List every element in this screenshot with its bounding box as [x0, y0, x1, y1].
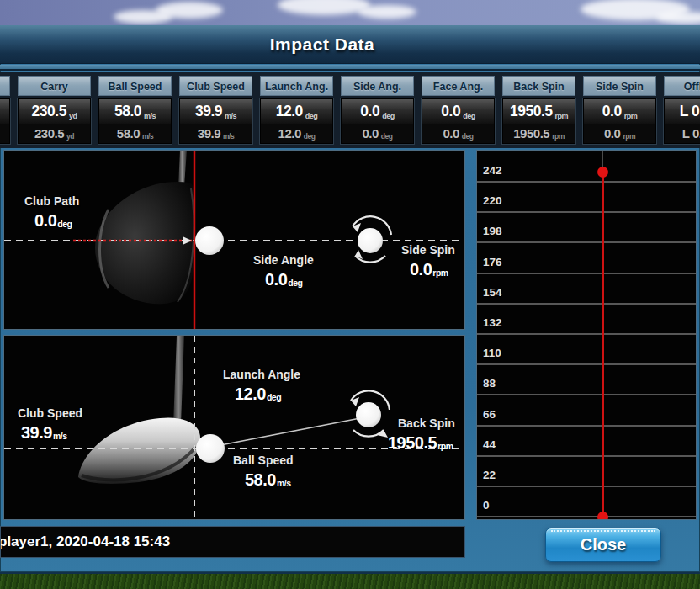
- stat-value-box: 12.0deg 12.0deg: [260, 98, 333, 144]
- stat-value-current: L 0.0: [680, 103, 700, 120]
- stat-value-current: 230.5: [32, 103, 66, 120]
- club-path-label: Club Path: [24, 194, 79, 208]
- stat-previous-row: 1950.5rpm: [503, 124, 575, 143]
- stat-previous-row: L 0.0yd: [665, 124, 700, 143]
- stat-current-row: 230.5yd: [19, 99, 90, 124]
- club-shaft: [178, 151, 187, 186]
- stat-current-row: L 0.0yd: [665, 99, 700, 124]
- stat-value-box: 0.0rpm 0.0rpm: [583, 98, 656, 144]
- stat-value-current: 0.0: [360, 103, 379, 120]
- stat-value-box: 230.5yd 230.5yd: [18, 98, 91, 144]
- dialog-titlebar: Impact Data: [0, 25, 700, 64]
- stat-value-previous: 0.0: [604, 126, 620, 141]
- side-spin-value: 0.0rpm: [410, 260, 448, 279]
- chart-gridline: [477, 181, 696, 183]
- stat-value-previous: L 0.0: [682, 126, 700, 141]
- stat-label: Side Spin: [583, 76, 656, 96]
- stat-label: Face Ang.: [422, 76, 495, 96]
- stat-current-row: 0.0rpm: [584, 99, 655, 124]
- chart-tick-label: 66: [483, 408, 496, 421]
- stat-value-previous: 58.0: [117, 126, 140, 141]
- stat-value-current: 1950.5: [510, 103, 553, 120]
- stat-value-previous: 230.5: [34, 126, 64, 141]
- golf-ball-icon: [195, 226, 224, 255]
- launch-trajectory-line: [216, 418, 360, 446]
- stat-label: Offline: [664, 76, 700, 96]
- stat-label: Carry: [18, 76, 91, 96]
- chart-tick-label: 242: [483, 164, 502, 177]
- stat-previous-row: 39.9m/s: [180, 124, 252, 143]
- stat-unit-previous: rpm: [623, 132, 635, 143]
- stat-current-row: 12.0deg: [261, 99, 332, 124]
- stat-label: Ball Speed: [98, 76, 172, 96]
- back-spin-label: Back Spin: [398, 417, 455, 430]
- stat-value-current: 0.0: [441, 103, 460, 120]
- stat-label: Club Speed: [179, 76, 252, 96]
- chart-gridline: [477, 394, 696, 395]
- stat-unit-current: deg: [463, 112, 475, 124]
- stat-unit-previous: deg: [304, 132, 316, 143]
- chart-tick-label: 0: [483, 499, 490, 512]
- stat-value-previous: 0.0: [443, 126, 459, 141]
- stat-value-box: 58.0m/s 58.0m/s: [98, 98, 172, 144]
- chart-gridline: [477, 516, 696, 517]
- stat-column: Launch Ang. 12.0deg 12.0deg: [260, 76, 333, 148]
- chart-gridline: [477, 273, 696, 274]
- stat-value-previous: 0.0: [363, 126, 379, 141]
- stat-value-box: 0.0deg 0.0deg: [422, 98, 495, 144]
- stat-unit-previous: yd: [66, 132, 74, 143]
- stat-column: Side Spin 0.0rpm 0.0rpm: [583, 76, 656, 148]
- stat-previous-row: 0.0rpm: [584, 124, 655, 143]
- stat-unit-previous: m/s: [142, 132, 153, 143]
- stat-current-row: 58.0m/s: [99, 99, 171, 124]
- flight-start-point-dot: [597, 512, 608, 520]
- club-side-view-panel: Club Speed 39.9m/s Launch Angle 12.0deg …: [3, 335, 465, 520]
- club-path-value: 0.0deg: [34, 211, 72, 231]
- stat-value-previous: 39.9: [198, 126, 220, 141]
- chart-gridline: [477, 486, 696, 487]
- stat-value-box: [0, 98, 10, 144]
- stat-current-row: 0.0deg: [422, 99, 494, 124]
- cloud: [156, 2, 223, 19]
- stat-value-box: 39.9m/s 39.9m/s: [179, 98, 252, 144]
- club-top-view-panel: Club Path 0.0deg Side Angle 0.0deg Side …: [3, 150, 465, 330]
- flight-end-point-dot: [597, 167, 608, 178]
- launch-angle-label: Launch Angle: [223, 368, 300, 381]
- launch-angle-value: 12.0deg: [235, 385, 281, 404]
- chart-gridline: [477, 333, 696, 335]
- stat-unit-current: m/s: [225, 112, 236, 124]
- golf-ball-icon: [358, 228, 383, 253]
- stat-unit-current: deg: [382, 112, 395, 124]
- dialog-title: Impact Data: [0, 34, 644, 55]
- stat-column: Back Spin 1950.5rpm 1950.5rpm: [502, 76, 575, 148]
- stat-current-row: 0.0deg: [342, 99, 413, 124]
- stat-label: [0, 76, 10, 96]
- back-spin-value: 1950.5rpm: [388, 433, 453, 453]
- cloud: [358, 5, 416, 19]
- cloud: [278, 0, 370, 15]
- chart-gridline: [477, 363, 696, 365]
- stat-unit-current: rpm: [624, 112, 638, 124]
- close-button[interactable]: Close: [545, 528, 661, 562]
- shot-stats-strip: Carry 230.5yd 230.5yd Ball Speed 58.0m/s…: [0, 72, 700, 148]
- stat-column: Offline L 0.0yd L 0.0yd: [664, 76, 700, 148]
- chart-tick-label: 176: [483, 256, 502, 268]
- chart-tick-label: 110: [483, 347, 501, 359]
- side-spin-label: Side Spin: [401, 243, 455, 257]
- chart-gridline: [477, 455, 696, 457]
- ball-speed-label: Ball Speed: [233, 454, 294, 467]
- stat-value-current: 0.0: [602, 103, 622, 120]
- flight-distance-chart: 242220198176154132110886644220: [476, 150, 697, 520]
- chart-gridline: [477, 425, 696, 427]
- stat-previous-row: 58.0m/s: [99, 124, 171, 143]
- driver-head-side: [78, 417, 200, 484]
- stat-value-box: 1950.5rpm 1950.5rpm: [502, 98, 575, 144]
- stat-column: Carry 230.5yd 230.5yd: [18, 76, 91, 148]
- stat-column: Club Speed 39.9m/s 39.9m/s: [179, 76, 252, 148]
- stat-unit-previous: deg: [462, 132, 474, 143]
- ball-speed-value: 58.0m/s: [245, 470, 291, 490]
- stat-column: Side Ang. 0.0deg 0.0deg: [341, 76, 414, 148]
- stat-unit-current: m/s: [144, 112, 156, 124]
- grass-background: [0, 574, 700, 589]
- chart-tick-label: 154: [483, 286, 502, 299]
